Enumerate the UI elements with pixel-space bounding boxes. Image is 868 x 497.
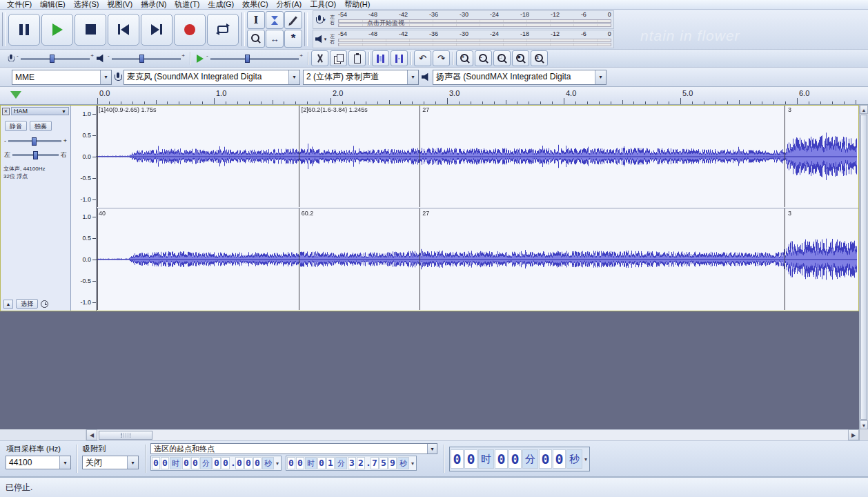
envelope-tool-button[interactable] [266, 11, 284, 29]
selection-start-time[interactable]: 00时00分00.000秒▾ [150, 456, 282, 471]
fit-project-button[interactable]: ■ [512, 50, 529, 66]
chevron-down-icon[interactable]: ▾ [595, 70, 606, 84]
clip-label[interactable]: 3 [788, 106, 791, 113]
track-menu-icon[interactable]: ▼ [61, 109, 66, 114]
toolbar-grip[interactable] [304, 12, 308, 46]
chevron-down-icon[interactable]: ▾ [324, 37, 327, 42]
recording-device-select[interactable]: 麦克风 (SoundMAX Integrated Digita▾ [124, 70, 300, 85]
trim-audio-button[interactable] [372, 50, 389, 66]
track-title-bar[interactable]: HAM ▼ [11, 107, 69, 115]
scroll-left-icon[interactable]: ◀ [86, 429, 97, 440]
selection-range-mode-select[interactable]: 选区的起点和终点▾ [150, 443, 437, 454]
zoom-out-button[interactable]: - [475, 50, 492, 66]
play-speed-slider[interactable]: -+ [206, 54, 303, 64]
stop-button[interactable] [75, 14, 106, 46]
clip-label[interactable]: 27 [422, 210, 429, 217]
recording-channels-select[interactable]: 2 (立体声) 录制声道▾ [303, 70, 419, 85]
time-digit[interactable]: 0 [509, 449, 522, 469]
time-digit[interactable]: 0 [213, 457, 221, 469]
chevron-down-icon[interactable]: ▾ [407, 70, 418, 84]
skip-to-end-button[interactable] [141, 14, 172, 46]
zoom-tool-button[interactable] [247, 30, 265, 48]
chevron-down-icon[interactable]: ▾ [584, 456, 587, 462]
time-digit[interactable]: 0 [221, 457, 230, 469]
time-digit[interactable]: 1 [326, 457, 335, 469]
horizontal-scrollbar[interactable] [97, 429, 848, 440]
vertical-scale-ruler[interactable]: 1.00.50.0-0.5-1.01.00.50.0-0.5-1.0 [71, 106, 97, 311]
chevron-down-icon[interactable]: ▾ [100, 70, 111, 84]
pan-slider[interactable]: 左 右 [1, 150, 70, 159]
time-digit[interactable]: . [230, 458, 235, 469]
time-digit[interactable]: 0 [161, 457, 169, 469]
clip-label[interactable]: [1]40(0.9-2.65) 1.75s [99, 106, 157, 113]
recording-volume-slider[interactable]: -+ [17, 54, 94, 64]
play-at-speed-icon[interactable] [197, 55, 204, 63]
multi-tool-button[interactable]: * [284, 30, 302, 48]
playback-meter[interactable]: ▾ 左右 -54-48-42-36-30-24-18-12-60 [313, 30, 614, 48]
track-select-button[interactable]: 选择 [16, 299, 38, 309]
gain-slider-thumb[interactable] [32, 137, 37, 146]
menu-item[interactable]: 生成(G) [204, 0, 238, 10]
monitor-prompt[interactable]: 点击开始监视 [367, 19, 404, 28]
time-digit[interactable]: 0 [191, 457, 199, 469]
paste-button[interactable] [348, 50, 366, 66]
clip-label[interactable]: 40 [99, 210, 106, 217]
menu-item[interactable]: 视图(V) [103, 0, 137, 10]
time-digit[interactable]: 0 [152, 457, 160, 469]
selection-tool-button[interactable]: I [247, 11, 265, 29]
playback-volume-slider[interactable]: -+ [108, 54, 185, 64]
time-digit[interactable]: 0 [235, 457, 244, 469]
silence-audio-button[interactable] [391, 50, 408, 66]
fit-selection-button[interactable]: □ [493, 50, 511, 66]
waveform-left-channel[interactable] [97, 106, 857, 207]
undo-button[interactable]: ↶ [414, 50, 431, 66]
timeshift-tool-button[interactable]: ↔ [266, 30, 284, 48]
selection-end-time[interactable]: 00时01分32.759秒▾ [286, 456, 417, 471]
record-button[interactable] [174, 14, 206, 46]
copy-button[interactable] [330, 50, 347, 66]
time-digit[interactable]: 0 [253, 457, 262, 469]
toolbar-grip[interactable] [241, 12, 245, 46]
project-rate-select[interactable]: 44100▾ [6, 456, 71, 469]
vertical-scrollbar-thumb[interactable] [860, 115, 867, 420]
menu-item[interactable]: 工具(O) [306, 0, 340, 10]
clip-label[interactable]: 3 [788, 210, 791, 217]
cut-button[interactable] [311, 50, 328, 66]
time-digit[interactable]: 0 [296, 457, 304, 469]
scroll-down-icon[interactable]: ▼ [860, 420, 868, 429]
loop-button[interactable] [207, 14, 239, 46]
time-digit[interactable]: 5 [379, 457, 388, 469]
time-digit[interactable]: 0 [451, 449, 464, 469]
track-canvas[interactable]: × HAM ▼ 静音 独奏 - + 左 [0, 105, 868, 429]
time-digit[interactable]: 0 [464, 449, 477, 469]
skip-to-start-button[interactable] [108, 14, 139, 46]
mute-button[interactable]: 静音 [5, 121, 27, 131]
audio-host-select[interactable]: MME▾ [12, 70, 112, 85]
solo-button[interactable]: 独奏 [30, 121, 52, 131]
chevron-down-icon[interactable]: ▾ [427, 444, 437, 454]
time-digit[interactable]: 0 [182, 457, 190, 469]
time-digit[interactable]: 0 [553, 449, 566, 469]
track-collapse-button[interactable]: ▲ [3, 300, 13, 309]
menu-item[interactable]: 选择(S) [70, 0, 103, 10]
time-digit[interactable]: 7 [371, 457, 379, 469]
time-digit[interactable]: 0 [244, 457, 253, 469]
time-digit[interactable]: 3 [348, 457, 356, 469]
zoom-in-button[interactable]: + [456, 50, 473, 66]
chevron-down-icon[interactable]: ▾ [288, 70, 299, 84]
menu-item[interactable]: 编辑(E) [36, 0, 70, 10]
time-ruler[interactable]: 0.01.02.03.04.05.06.0 [97, 87, 859, 104]
waveform-area[interactable]: [1]40(0.9-2.65) 1.75s[2]60.2(1.6-3.84) 1… [97, 106, 858, 311]
chevron-down-icon[interactable]: ▾ [276, 460, 279, 467]
gain-slider[interactable]: - + [1, 137, 70, 144]
clip-label[interactable]: 60.2 [302, 210, 314, 217]
menu-item[interactable]: 播录(N) [137, 0, 170, 10]
time-digit[interactable]: 2 [357, 457, 365, 469]
track-close-button[interactable]: × [2, 108, 10, 115]
audio-track[interactable]: × HAM ▼ 静音 独奏 - + 左 [0, 105, 859, 311]
recording-meter[interactable]: ▾ 左右 -54-48-42-36-30-24-18-12-60 点击开始监视 [313, 10, 614, 29]
quick-play-indicator[interactable] [10, 91, 21, 99]
menu-item[interactable]: 分析(A) [273, 0, 306, 10]
time-digit[interactable]: 0 [287, 457, 295, 469]
play-button[interactable] [41, 14, 73, 46]
